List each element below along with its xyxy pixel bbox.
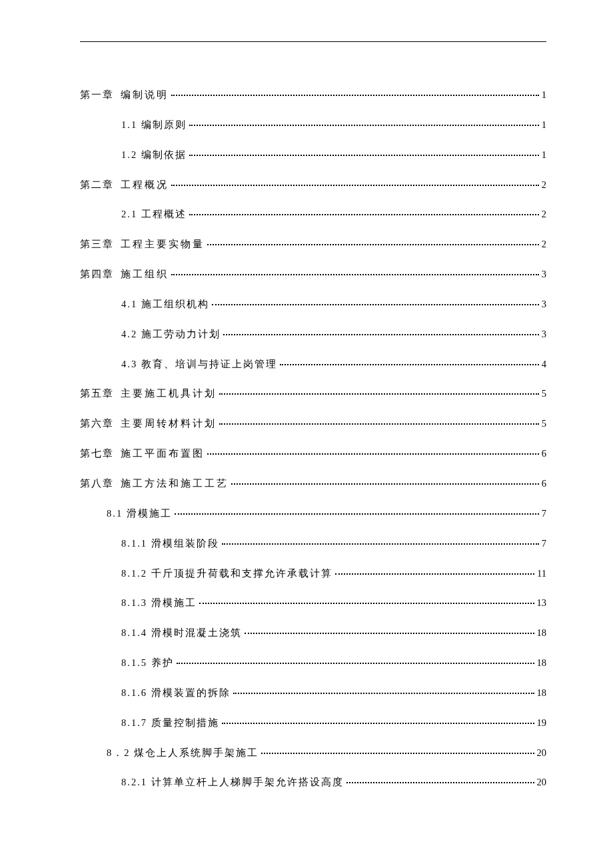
entry-title: 工程概况 [121,179,169,191]
page-number: 2 [542,238,546,251]
top-rule [80,41,546,42]
leader-dots [233,693,534,694]
chapter-label: 第四章 [80,268,114,281]
toc-entry: 8．2 煤仓上人系统脚手架施工20 [80,747,546,759]
page-number: 18 [537,687,547,699]
entry-title: 1.1 编制原则 [121,119,187,131]
page-number: 2 [542,208,546,221]
toc-entry: 第八章 施工方法和施工工艺6 [80,477,546,490]
leader-dots [171,185,539,186]
leader-dots [219,393,539,395]
entry-title: 8.2.1 计算单立杆上人梯脚手架允许搭设高度 [121,776,344,789]
leader-dots [177,663,534,664]
page-number: 4 [542,358,546,371]
chapter-label: 第一章 [80,89,114,101]
leader-dots [223,334,539,335]
leader-dots [335,573,534,575]
page-number: 1 [542,119,546,131]
page-number: 5 [542,417,546,430]
entry-title: 工程主要实物量 [121,238,205,251]
leader-dots [280,364,539,365]
leader-dots [175,513,539,515]
page-number: 1 [542,89,546,101]
chapter-label: 第六章 [80,417,114,430]
chapter-label: 第五章 [80,387,114,400]
entry-title: 8.1.2 千斤顶提升荷载和支撑允许承载计算 [121,567,332,580]
entry-title: 8.1.1 滑模组装阶段 [121,537,219,550]
entry-title: 8.1.5 养护 [121,657,174,669]
toc-entry: 第一章编制说明1 [80,89,546,101]
toc-entry: 8.1 滑模施工7 [80,507,546,520]
chapter-label: 第二章 [80,179,114,191]
toc-entry: 1.2 编制依据1 [80,149,546,161]
toc-entry: 4.3 教育、培训与持证上岗管理4 [80,358,546,371]
entry-title: 4.1 施工组织机构 [121,298,209,311]
leader-dots [189,214,539,215]
page-number: 13 [537,597,547,609]
leader-dots [207,453,539,455]
leader-dots [189,155,539,156]
toc-entry: 1.1 编制原则1 [80,119,546,131]
page-number: 1 [542,149,546,161]
toc-entry: 8.1.7 质量控制措施19 [80,717,546,729]
page-number: 3 [542,268,546,281]
toc-entry: 4.2 施工劳动力计划3 [80,328,546,341]
leader-dots [171,274,539,275]
entry-title: 8.1 滑模施工 [107,507,172,520]
leader-dots [222,543,539,545]
toc-entry: 8.1.5 养护18 [80,657,546,669]
chapter-label: 第三章 [80,238,114,251]
toc-container: 第一章编制说明11.1 编制原则11.2 编制依据1第二章工程概况22.1 工程… [80,89,546,789]
entry-title: 2.1 工程概述 [121,208,187,221]
leader-dots [219,423,539,425]
entry-title: 8.1.6 滑模装置的拆除 [121,687,231,699]
toc-entry: 第二章工程概况2 [80,179,546,191]
toc-entry: 8.1.3 滑模施工13 [80,597,546,609]
toc-entry: 8.1.4 滑模时混凝土浇筑18 [80,627,546,639]
toc-entry: 8.1.2 千斤顶提升荷载和支撑允许承载计算11 [80,567,546,580]
page-number: 20 [537,776,547,789]
entry-title: 编制说明 [121,89,169,101]
page-number: 7 [542,507,546,520]
page-number: 18 [537,657,547,669]
page-number: 2 [542,179,546,191]
leader-dots [199,603,534,604]
entry-title: 8.1.4 滑模时混凝土浇筑 [121,627,242,639]
toc-entry: 8.1.6 滑模装置的拆除18 [80,687,546,699]
leader-dots [261,753,534,754]
leader-dots [212,304,539,305]
chapter-label: 第八章 [80,477,114,490]
leader-dots [207,244,539,245]
toc-entry: 2.1 工程概述2 [80,208,546,221]
page-number: 3 [542,298,546,311]
entry-title: 4.3 教育、培训与持证上岗管理 [121,358,277,371]
entry-title: 施工组织 [121,268,169,281]
entry-title: 8．2 煤仓上人系统脚手架施工 [107,747,259,759]
entry-title: 主要周转材料计划 [121,417,217,430]
entry-title: 施工方法和施工工艺 [121,477,229,490]
toc-entry: 8.1.1 滑模组装阶段7 [80,537,546,550]
leader-dots [189,125,539,126]
page-number: 11 [537,567,546,580]
entry-title: 4.2 施工劳动力计划 [121,328,221,341]
toc-entry: 第五章 主要施工机具计划5 [80,387,546,400]
entry-title: 8.1.7 质量控制措施 [121,717,219,729]
leader-dots [231,483,539,485]
entry-title: 施工平面布置图 [121,447,205,460]
toc-entry: 第六章 主要周转材料计划5 [80,417,546,430]
page-number: 19 [537,717,547,729]
page-number: 6 [542,477,546,490]
entry-title: 8.1.3 滑模施工 [121,597,197,609]
leader-dots [346,782,534,783]
toc-entry: 第三章 工程主要实物量2 [80,238,546,251]
leader-dots [222,723,534,724]
toc-entry: 第七章 施工平面布置图6 [80,447,546,460]
chapter-label: 第七章 [80,447,114,460]
leader-dots [245,633,534,634]
page-number: 7 [542,537,546,550]
page-number: 6 [542,447,546,460]
page-number: 3 [542,328,546,341]
toc-entry: 第四章 施工组织3 [80,268,546,281]
leader-dots [171,95,539,96]
entry-title: 1.2 编制依据 [121,149,187,161]
